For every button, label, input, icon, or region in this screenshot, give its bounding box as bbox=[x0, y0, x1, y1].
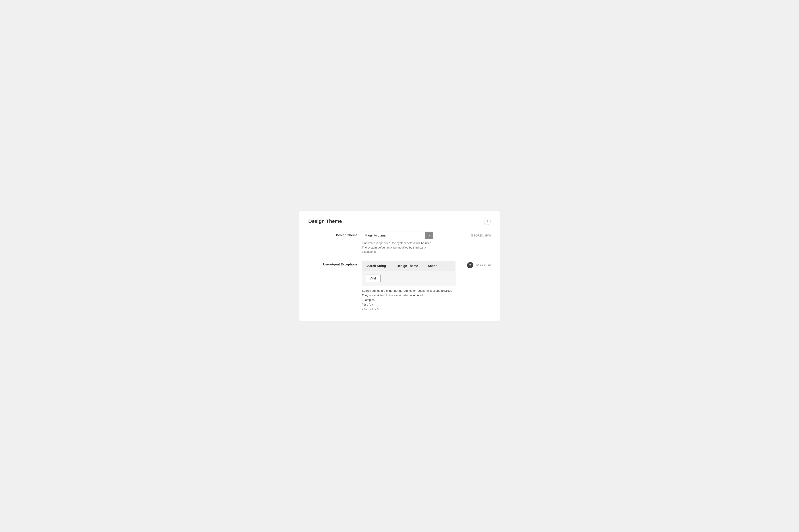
user-agent-row: User-Agent Exceptions Search String Desi… bbox=[308, 261, 491, 312]
design-theme-scope: [STORE VIEW] bbox=[471, 232, 491, 237]
design-theme-select-wrapper: Magento Luma Magento Blank ▼ bbox=[362, 232, 433, 239]
chevron-up-icon: ⇧ bbox=[486, 220, 488, 223]
table-body: Add bbox=[362, 271, 455, 286]
panel-header: Design Theme ⇧ bbox=[308, 218, 491, 225]
examples-label: Examples: bbox=[362, 298, 376, 302]
design-theme-row: Design Theme Magento Luma Magento Blank … bbox=[308, 232, 491, 254]
description-text: Search strings are either normal strings… bbox=[362, 289, 452, 297]
help-icon[interactable]: ? bbox=[467, 262, 473, 268]
design-theme-hint: If no value is specified, the system def… bbox=[362, 241, 433, 254]
table-header: Search String Design Theme Action bbox=[362, 261, 455, 271]
user-agent-control: Search String Design Theme Action Add Se… bbox=[362, 261, 462, 312]
form-section: Design Theme Magento Luma Magento Blank … bbox=[308, 232, 491, 312]
design-theme-panel: Design Theme ⇧ Design Theme Magento Luma… bbox=[299, 211, 500, 321]
user-agent-table: Search String Design Theme Action Add bbox=[362, 261, 455, 286]
user-agent-right: ? [WEBSITE] bbox=[467, 261, 491, 268]
col-design-theme: Design Theme bbox=[393, 261, 424, 271]
col-search-string: Search String bbox=[362, 261, 393, 271]
example2: /^mozilla/i bbox=[362, 308, 379, 311]
user-agent-description: Search strings are either normal strings… bbox=[362, 289, 455, 312]
add-button[interactable]: Add bbox=[366, 274, 381, 282]
panel-title: Design Theme bbox=[308, 218, 342, 224]
example1: Firefox bbox=[362, 303, 373, 306]
design-theme-control: Magento Luma Magento Blank ▼ If no value… bbox=[362, 232, 466, 254]
user-agent-label: User-Agent Exceptions bbox=[308, 261, 357, 266]
collapse-button[interactable]: ⇧ bbox=[484, 218, 491, 225]
col-action: Action bbox=[424, 261, 455, 271]
user-agent-scope: [WEBSITE] bbox=[476, 261, 491, 266]
design-theme-select[interactable]: Magento Luma Magento Blank bbox=[362, 232, 433, 239]
design-theme-label: Design Theme bbox=[308, 232, 357, 237]
